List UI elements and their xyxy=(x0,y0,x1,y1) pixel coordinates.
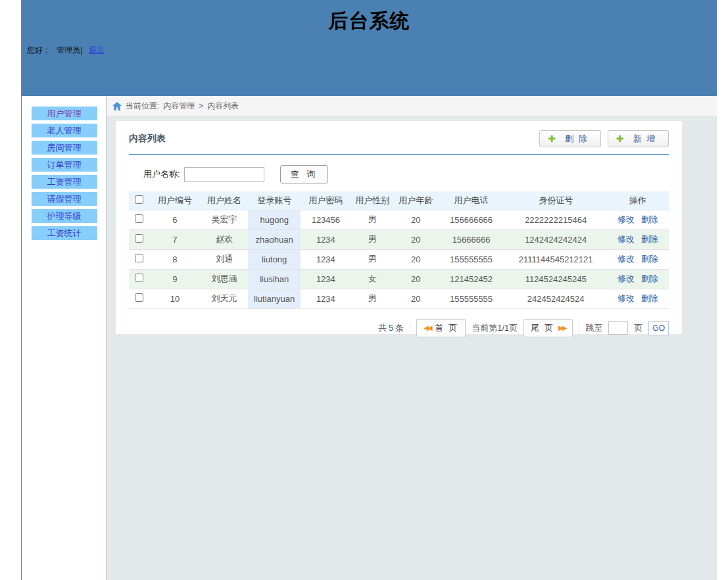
current-page-text: 当前第1/1页 xyxy=(472,322,518,334)
total-count-number: 5 xyxy=(389,323,393,333)
plus-icon: ✚ xyxy=(616,133,624,144)
table-row: 9 刘思涵 liusihan 1234 女 20 121452452 11245… xyxy=(129,269,669,289)
last-page-button[interactable]: 尾 页 ▶▶ xyxy=(523,319,573,337)
delete-button-label: 删 除 xyxy=(565,133,589,145)
sidebar-item-salary-management[interactable]: 工资管理 xyxy=(32,175,97,189)
cell-id-card: 2111144545212121 xyxy=(505,249,606,269)
plus-icon: ✚ xyxy=(548,133,556,144)
main-area: 当前位置: 内容管理 > 内容列表 内容列表 ✚ 删 除 ✚ 新 增 xyxy=(107,96,717,580)
edit-link[interactable]: 修改 xyxy=(618,234,635,244)
user-info-bar: 您好： 管理员| 退出 xyxy=(27,45,105,56)
cell-id-card: 242452424524 xyxy=(505,289,606,308)
logout-link[interactable]: 退出 xyxy=(89,45,105,55)
cell-name: 刘通 xyxy=(201,249,248,269)
cell-age: 20 xyxy=(394,289,437,308)
jump-to-label: 跳至 xyxy=(585,322,602,334)
edit-link[interactable]: 修改 xyxy=(618,254,635,264)
row-checkbox[interactable] xyxy=(135,214,143,223)
cell-age: 20 xyxy=(394,230,437,249)
cell-account: liutianyuan xyxy=(248,289,301,308)
search-input[interactable] xyxy=(184,167,264,182)
first-page-label: 首 页 xyxy=(435,322,459,334)
table-header-row: 用户编号 用户姓名 登录账号 用户密码 用户性别 用户年龄 用户电话 身份证号 … xyxy=(129,191,669,210)
col-header-age: 用户年龄 xyxy=(394,191,437,210)
cell-id-card: 1124524245245 xyxy=(505,269,606,289)
total-count-text: 共5条 xyxy=(378,322,404,334)
cell-account: liusihan xyxy=(248,269,301,289)
jump-page-input[interactable] xyxy=(608,321,628,335)
page-title: 后台系统 xyxy=(22,0,717,35)
sidebar-item-elder-management[interactable]: 老人管理 xyxy=(32,124,97,137)
cell-age: 20 xyxy=(394,269,437,289)
panel-title: 内容列表 xyxy=(129,133,166,145)
cell-phone: 15666666 xyxy=(437,230,505,249)
add-button[interactable]: ✚ 新 增 xyxy=(608,130,669,147)
last-page-label: 尾 页 xyxy=(531,322,554,334)
add-button-label: 新 增 xyxy=(633,133,656,145)
delete-button[interactable]: ✚ 删 除 xyxy=(539,130,600,147)
cell-name: 吴宏宇 xyxy=(201,210,248,230)
col-header-user-id: 用户编号 xyxy=(149,191,201,210)
table-row: 8 刘通 liutong 1234 男 20 155555555 2111144… xyxy=(129,249,669,269)
top-header: 后台系统 您好： 管理员| 退出 xyxy=(22,0,717,96)
row-checkbox[interactable] xyxy=(135,234,143,243)
table-row: 6 吴宏宇 hugong 123456 男 20 156666666 22222… xyxy=(129,210,669,230)
cell-gender: 男 xyxy=(351,289,394,308)
edit-link[interactable]: 修改 xyxy=(618,274,635,283)
col-header-password: 用户密码 xyxy=(301,191,351,210)
cell-user-id: 6 xyxy=(149,210,201,230)
row-checkbox[interactable] xyxy=(135,254,143,262)
row-checkbox[interactable] xyxy=(135,293,143,302)
col-header-ops: 操作 xyxy=(606,191,669,210)
delete-link[interactable]: 删除 xyxy=(641,214,658,224)
cell-age: 20 xyxy=(394,249,437,269)
cell-account: liutong xyxy=(248,249,301,269)
delete-link[interactable]: 删除 xyxy=(641,254,658,264)
cell-user-id: 10 xyxy=(149,289,201,308)
delete-link[interactable]: 删除 xyxy=(641,274,658,283)
cell-gender: 女 xyxy=(351,269,394,289)
title-underline xyxy=(129,154,669,155)
select-all-checkbox[interactable] xyxy=(135,195,143,204)
go-button[interactable]: GO xyxy=(648,321,669,335)
cell-gender: 男 xyxy=(351,230,394,249)
sidebar-item-user-management[interactable]: 用户管理 xyxy=(32,107,97,120)
pagination-bar: 共5条 ◀◀ 首 页 当前第1/1页 尾 页 ▶▶ 跳至 页 xyxy=(129,319,669,337)
cell-user-id: 7 xyxy=(149,230,201,249)
cell-user-id: 8 xyxy=(149,249,201,269)
cell-id-card: 2222222215464 xyxy=(505,210,606,230)
cell-name: 刘思涵 xyxy=(201,269,248,289)
content-panel: 内容列表 ✚ 删 除 ✚ 新 增 用户名称: xyxy=(115,120,683,335)
sidebar-item-salary-stats[interactable]: 工资统计 xyxy=(32,226,97,240)
breadcrumb-page: 内容列表 xyxy=(207,101,239,112)
sidebar-item-order-management[interactable]: 订单管理 xyxy=(32,158,97,172)
sidebar-item-care-level[interactable]: 护理等级 xyxy=(32,209,97,223)
cell-phone: 155555555 xyxy=(437,249,505,269)
cell-phone: 121452452 xyxy=(437,269,505,289)
sidebar-item-leave-management[interactable]: 请假管理 xyxy=(32,192,97,206)
edit-link[interactable]: 修改 xyxy=(618,214,635,224)
col-header-gender: 用户性别 xyxy=(351,191,394,210)
page-container: 后台系统 您好： 管理员| 退出 用户管理 老人管理 房间管理 订单管理 工资管… xyxy=(21,0,717,580)
pager-divider xyxy=(579,323,579,333)
delete-link[interactable]: 删除 xyxy=(641,293,658,303)
search-label: 用户名称: xyxy=(143,168,180,180)
cell-password: 1234 xyxy=(301,289,351,308)
row-checkbox[interactable] xyxy=(135,274,143,282)
cell-id-card: 1242424242424 xyxy=(505,230,606,249)
first-page-button[interactable]: ◀◀ 首 页 xyxy=(416,319,466,337)
cell-age: 20 xyxy=(394,210,437,230)
cell-password: 123456 xyxy=(301,210,351,230)
edit-link[interactable]: 修改 xyxy=(618,293,635,303)
cell-account: zhaohuan xyxy=(248,230,301,249)
cell-name: 刘天元 xyxy=(201,289,248,308)
sidebar-item-room-management[interactable]: 房间管理 xyxy=(32,141,97,155)
user-table: 用户编号 用户姓名 登录账号 用户密码 用户性别 用户年龄 用户电话 身份证号 … xyxy=(129,191,669,309)
delete-link[interactable]: 删除 xyxy=(641,234,658,244)
cell-password: 1234 xyxy=(301,269,351,289)
search-button[interactable]: 查 询 xyxy=(280,165,329,183)
col-header-name: 用户姓名 xyxy=(201,191,248,210)
cell-account: hugong xyxy=(248,210,301,230)
cell-phone: 155555555 xyxy=(437,289,505,308)
cell-user-id: 9 xyxy=(149,269,201,289)
